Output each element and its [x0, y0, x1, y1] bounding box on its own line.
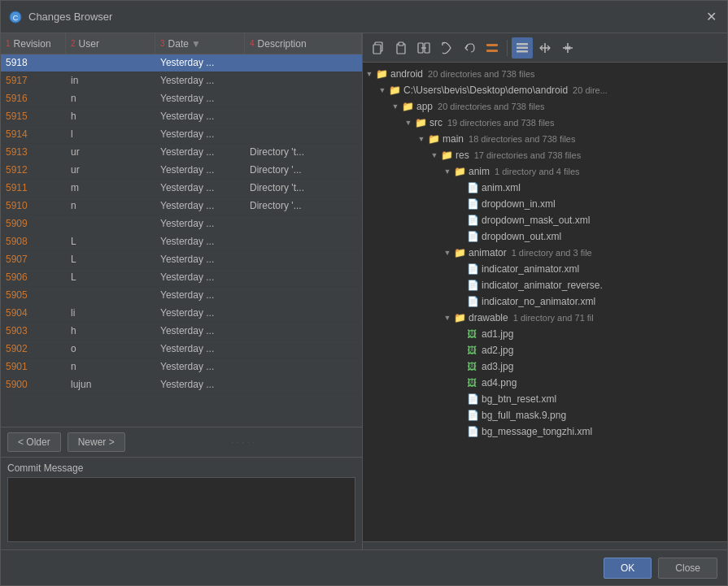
collapse-button[interactable]: [557, 37, 578, 59]
table-row[interactable]: 5904 li Yesterday ...: [1, 305, 362, 323]
col-header-user[interactable]: 2 User: [66, 33, 155, 54]
tree-folder[interactable]: ▼ 📁 res 17 directories and 738 files: [363, 147, 727, 163]
tree-folder[interactable]: ▼ 📁 anim 1 directory and 4 files: [363, 163, 727, 180]
tree-node-icon: 📁: [454, 312, 469, 323]
cell-description: Directory 't...: [245, 144, 362, 161]
commit-message-input[interactable]: [7, 477, 355, 542]
tree-folder[interactable]: ▼ 📁 src 19 directories and 738 files: [363, 115, 727, 131]
col-label-user: User: [79, 38, 99, 50]
newer-button[interactable]: Newer >: [68, 432, 125, 452]
cell-revision: 5918: [1, 54, 66, 72]
table-row[interactable]: 5914 l Yesterday ...: [1, 126, 362, 144]
cell-description: [245, 269, 362, 286]
table-row[interactable]: 5903 h Yesterday ...: [1, 323, 362, 341]
view-mode-button[interactable]: [512, 37, 533, 59]
tree-folder[interactable]: ▼ 📁 animator 1 directory and 3 file: [363, 245, 727, 261]
table-row[interactable]: 5901 n Yesterday ...: [1, 358, 362, 376]
table-row[interactable]: 5911 m Yesterday ... Directory 't...: [1, 180, 362, 198]
table-row[interactable]: 5916 n Yesterday ...: [1, 90, 362, 108]
table-row[interactable]: 5900 lujun Yesterday ...: [1, 376, 362, 394]
copy-button[interactable]: [368, 37, 389, 59]
cancel-button[interactable]: Close: [658, 558, 717, 579]
file-tree[interactable]: ▼ 📁 android 20 directories and 738 files…: [363, 63, 727, 541]
tree-folder[interactable]: ▼ 📁 main 18 directories and 738 files: [363, 131, 727, 147]
table-row[interactable]: 5913 ur Yesterday ... Directory 't...: [1, 144, 362, 162]
tree-folder[interactable]: ▼ 📁 android 20 directories and 738 files: [363, 66, 727, 82]
table-row[interactable]: 5907 L Yesterday ...: [1, 251, 362, 269]
tree-arrow: ▼: [363, 70, 376, 78]
cell-user: [66, 215, 155, 232]
table-row[interactable]: 5917 in Yesterday ...: [1, 72, 362, 90]
tree-node-icon: 📄: [467, 231, 482, 242]
older-button[interactable]: < Older: [7, 432, 61, 452]
cell-user: L: [66, 251, 155, 268]
table-row[interactable]: 5906 L Yesterday ...: [1, 269, 362, 287]
cell-revision: 5914: [1, 126, 66, 143]
cell-date: Yesterday ...: [155, 162, 245, 179]
commit-label: Commit Message: [7, 462, 355, 474]
tree-file[interactable]: 🖼 ad1.jpg: [363, 326, 727, 342]
cell-description: [245, 305, 362, 322]
cell-date: Yesterday ...: [155, 54, 245, 72]
tree-node-icon: 📁: [428, 133, 442, 145]
paste-button[interactable]: [390, 37, 412, 59]
tree-file[interactable]: 📄 indicator_animator_reverse.: [363, 277, 727, 293]
tree-folder[interactable]: ▼ 📁 C:\Users\bevis\Desktop\demo\android …: [363, 82, 727, 98]
col-header-description[interactable]: 4 Description: [245, 33, 362, 54]
revisions-table[interactable]: 5918 Yesterday ... 5917 in Yesterday ...…: [1, 54, 362, 427]
table-row[interactable]: 5902 o Yesterday ...: [1, 341, 362, 358]
left-panel: 1 Revision 2 User 3 Date ▼ 4 Description: [1, 33, 363, 549]
tree-file[interactable]: 📄 indicator_no_animator.xml: [363, 293, 727, 310]
tree-node-label: drawable: [469, 312, 508, 323]
tree-file[interactable]: 🖼 ad3.jpg: [363, 358, 727, 375]
cell-revision: 5904: [1, 305, 66, 322]
tree-node-label: ad1.jpg: [482, 328, 513, 340]
tree-file[interactable]: 📄 indicator_animator.xml: [363, 261, 727, 277]
cell-description: Directory 't...: [245, 180, 362, 197]
tree-node-meta: 17 directories and 738 files: [474, 150, 581, 160]
close-button[interactable]: ✕: [703, 11, 719, 24]
cell-description: [245, 376, 362, 393]
tree-arrow: ▼: [389, 102, 402, 111]
ok-button[interactable]: OK: [604, 558, 652, 579]
table-row[interactable]: 5909 Yesterday ...: [1, 215, 362, 233]
tree-node-icon: 📄: [467, 198, 482, 210]
tree-file[interactable]: 📄 bg_btn_reset.xml: [363, 391, 727, 407]
table-row[interactable]: 5905 Yesterday ...: [1, 287, 362, 305]
table-row[interactable]: 5908 L Yesterday ...: [1, 233, 362, 251]
table-row[interactable]: 5918 Yesterday ...: [1, 54, 362, 72]
table-row[interactable]: 5912 ur Yesterday ... Directory '...: [1, 162, 362, 180]
settings-button[interactable]: [482, 37, 503, 59]
undo-button[interactable]: [459, 37, 480, 59]
cell-revision: 5903: [1, 323, 66, 340]
tree-file[interactable]: 🖼 ad2.jpg: [363, 342, 727, 358]
table-row[interactable]: 5910 n Yesterday ... Directory '...: [1, 198, 362, 215]
tree-node-label: res: [456, 150, 469, 161]
revert-button[interactable]: [436, 37, 457, 59]
tree-node-icon: 📁: [454, 166, 469, 177]
expand-button[interactable]: [534, 37, 556, 59]
tree-node-label: android: [390, 68, 423, 80]
tree-file[interactable]: 🖼 ad4.png: [363, 375, 727, 391]
tree-file[interactable]: 📄 dropdown_out.xml: [363, 228, 727, 245]
tree-node-icon: 📁: [415, 117, 429, 128]
cell-date: Yesterday ...: [155, 72, 245, 89]
tree-file[interactable]: 📄 dropdown_mask_out.xml: [363, 212, 727, 228]
col-header-date[interactable]: 3 Date ▼: [155, 33, 245, 54]
tree-folder[interactable]: ▼ 📁 drawable 1 directory and 71 fil: [363, 310, 727, 326]
cell-description: Directory '...: [245, 162, 362, 179]
cell-revision: 5906: [1, 269, 66, 286]
cell-revision: 5907: [1, 251, 66, 268]
horizontal-scrollbar[interactable]: [363, 541, 727, 549]
table-row[interactable]: 5915 h Yesterday ...: [1, 108, 362, 126]
tree-file[interactable]: 📄 anim.xml: [363, 180, 727, 196]
col-header-revision[interactable]: 1 Revision: [1, 33, 66, 54]
diff-button[interactable]: [413, 37, 434, 59]
cell-revision: 5915: [1, 108, 66, 125]
tree-file[interactable]: 📄 dropdown_in.xml: [363, 196, 727, 212]
tree-node-meta: 1 directory and 4 files: [495, 167, 580, 176]
tree-file[interactable]: 📄 bg_full_mask.9.png: [363, 407, 727, 423]
tree-folder[interactable]: ▼ 📁 app 20 directories and 738 files: [363, 98, 727, 115]
tree-node-label: app: [416, 101, 433, 112]
tree-file[interactable]: 📄 bg_message_tongzhi.xml: [363, 423, 727, 440]
